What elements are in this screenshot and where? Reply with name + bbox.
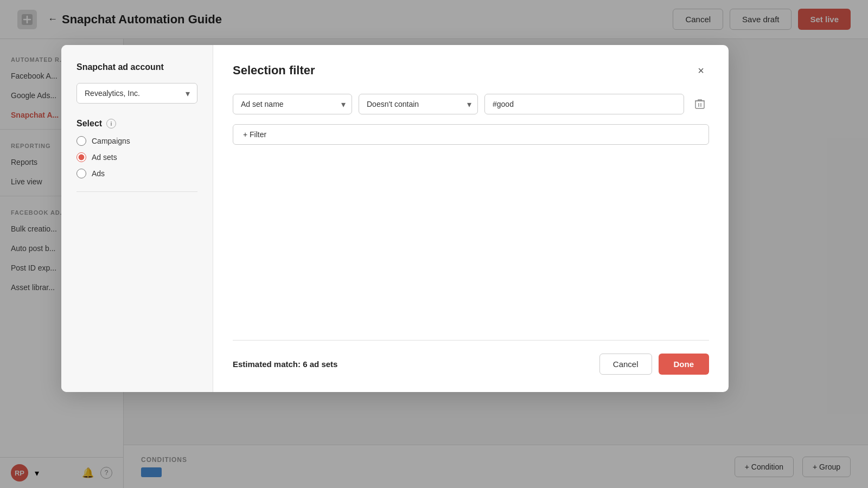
ad-account-label: Snapchat ad account: [76, 62, 197, 72]
modal-left-panel: Snapchat ad account Revealytics, Inc. Se…: [61, 45, 213, 392]
account-dropdown-wrapper[interactable]: Revealytics, Inc.: [76, 83, 197, 104]
radio-ads[interactable]: Ads: [76, 169, 197, 178]
svg-rect-1: [695, 101, 704, 108]
radio-adsets[interactable]: Ad sets: [76, 152, 197, 162]
radio-adsets-input[interactable]: [76, 152, 86, 162]
filter-value-input[interactable]: [484, 94, 684, 114]
estimated-match-text: Estimated match: 6 ad sets: [233, 359, 337, 369]
radio-campaigns-input[interactable]: [76, 136, 86, 146]
modal-left-divider: [76, 191, 197, 192]
modal-cancel-button[interactable]: Cancel: [599, 354, 652, 375]
modal-footer: Estimated match: 6 ad sets Cancel Done: [233, 340, 709, 375]
selection-filter-modal: Snapchat ad account Revealytics, Inc. Se…: [61, 45, 729, 392]
radio-ads-input[interactable]: [76, 169, 86, 178]
add-filter-button[interactable]: + Filter: [233, 124, 709, 145]
filter-row: Ad set name Campaign name Ad name Contai…: [233, 94, 709, 114]
modal-right-header: Selection filter ×: [233, 62, 709, 79]
filter-condition-select[interactable]: Contains Doesn't contain Starts with End…: [359, 94, 478, 114]
filter-condition-wrapper[interactable]: Contains Doesn't contain Starts with End…: [359, 94, 478, 114]
modal-right-panel: Selection filter × Ad set name Campaign …: [213, 45, 729, 392]
filter-field-wrapper[interactable]: Ad set name Campaign name Ad name: [233, 94, 352, 114]
filter-delete-button[interactable]: [691, 95, 709, 113]
modal-footer-actions: Cancel Done: [599, 354, 709, 375]
modal-close-button[interactable]: ×: [693, 62, 709, 79]
modal-title: Selection filter: [233, 63, 315, 78]
filter-field-select[interactable]: Ad set name Campaign name Ad name: [233, 94, 352, 114]
info-icon[interactable]: i: [106, 119, 116, 129]
account-dropdown[interactable]: Revealytics, Inc.: [76, 83, 197, 104]
radio-campaigns[interactable]: Campaigns: [76, 136, 197, 146]
modal-done-button[interactable]: Done: [659, 354, 710, 375]
radio-group: Campaigns Ad sets Ads: [76, 136, 197, 178]
select-label: Select i: [76, 119, 197, 129]
